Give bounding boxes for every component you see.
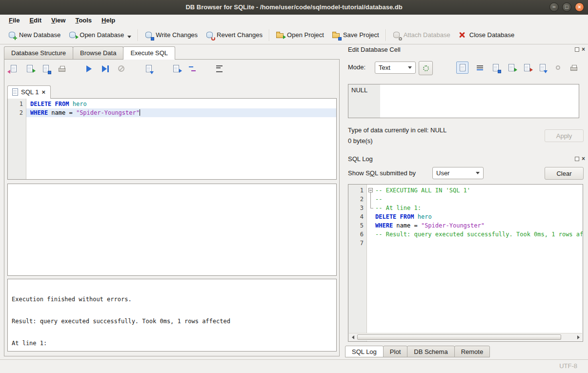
scrollbar-thumb[interactable] (357, 334, 561, 340)
gear-icon (423, 65, 429, 71)
scroll-left-button[interactable] (349, 333, 357, 341)
set-null-icon (556, 65, 560, 70)
print-cell-button[interactable] (569, 63, 578, 72)
sql-tab-icon (12, 88, 18, 96)
cell-editor-toolbar (456, 62, 578, 74)
encoding-indicator: UTF-8 (559, 360, 577, 373)
tab-sql-log[interactable]: SQL Log (345, 346, 384, 357)
scroll-right-button[interactable] (574, 333, 582, 341)
edit-cell-title: Edit Database Cell (348, 46, 401, 53)
statusbar: UTF-8 (0, 359, 588, 373)
cell-value-editor[interactable]: NULL (348, 84, 579, 118)
sql-tab-label: SQL 1 (21, 88, 39, 96)
code-token: DELETE FROM (375, 213, 418, 220)
menu-view[interactable]: View (46, 15, 70, 25)
text-mode-icon (458, 63, 466, 72)
export-results-icon (172, 64, 180, 73)
dock-close-icon[interactable]: × (582, 47, 585, 52)
tab-database-structure[interactable]: Database Structure (4, 46, 73, 59)
apply-button[interactable]: Apply (545, 129, 584, 142)
sql-editor-toolbar (9, 64, 223, 73)
new-database-button[interactable]: New Database (4, 28, 64, 41)
tab-plot[interactable]: Plot (383, 346, 407, 357)
close-database-icon (458, 31, 466, 39)
app-window: DB Browser for SQLite - /home/user/code/… (0, 0, 588, 373)
clear-log-button[interactable]: Clear (545, 167, 584, 180)
menu-help[interactable]: Help (97, 15, 120, 25)
execute-sql-panel: SQL 1 × 1 DELETE FROM hero 2 WHE (4, 59, 340, 356)
find-replace-button[interactable] (188, 64, 196, 73)
mode-select[interactable]: Text (375, 62, 416, 74)
save-project-icon (332, 31, 340, 39)
sql-tab-close-icon[interactable]: × (41, 89, 45, 95)
fold-marker[interactable] (368, 188, 373, 192)
scroll-right-icon (577, 335, 580, 339)
open-database-label: Open Database (80, 31, 124, 39)
tab-db-schema[interactable]: DB Schema (407, 346, 454, 357)
attach-database-label: Attach Database (404, 31, 450, 39)
import-cell-button[interactable] (523, 63, 531, 72)
menu-tools[interactable]: Tools (70, 15, 97, 25)
execute-all-button[interactable] (85, 64, 93, 73)
tab-browse-data[interactable]: Browse Data (73, 46, 123, 59)
print-sql-button[interactable] (58, 64, 66, 73)
save-results-button[interactable] (144, 64, 153, 73)
sql-log-title: SQL Log (348, 155, 373, 163)
save-sql-file-icon (41, 64, 50, 73)
save-results-icon (144, 64, 153, 73)
set-null-button[interactable] (554, 63, 562, 72)
format-sql-button[interactable] (215, 64, 223, 73)
tab-remote[interactable]: Remote (454, 346, 490, 357)
open-project-icon (276, 31, 284, 39)
export-cell-button[interactable] (538, 63, 547, 72)
menu-file[interactable]: File (4, 15, 24, 25)
sql-editor[interactable]: 1 DELETE FROM hero 2 WHERE name = "Spide… (7, 98, 337, 180)
dock-float-icon[interactable] (575, 157, 579, 161)
window-title: DB Browser for SQLite - /home/user/code/… (185, 3, 402, 11)
auto-switch-mode-button[interactable] (419, 61, 433, 75)
sql-log-view: 1-- EXECUTING ALL IN 'SQL 1' 2-- 3-- At … (348, 184, 583, 342)
save-project-button[interactable]: Save Project (328, 28, 383, 41)
open-database-dropdown-icon[interactable] (127, 36, 131, 38)
dock-float-icon[interactable] (575, 47, 579, 52)
sql-tab[interactable]: SQL 1 × (7, 85, 51, 99)
toolbar-separator (269, 29, 269, 41)
menu-edit[interactable]: Edit (24, 15, 46, 25)
minimize-button[interactable]: − (549, 2, 559, 12)
log-filter-select[interactable]: User (432, 167, 484, 179)
open-database-button[interactable]: Open Database (64, 28, 135, 41)
close-window-button[interactable]: × (575, 2, 584, 12)
open-sql-file-button[interactable] (25, 64, 34, 73)
save-project-label: Save Project (343, 31, 379, 39)
message-line: Result: query executed successfully. Too… (12, 318, 332, 325)
execution-message: Execution finished without errors. Resul… (7, 279, 337, 352)
save-sql-file-button[interactable] (41, 64, 50, 73)
new-tab-button[interactable] (9, 64, 18, 73)
maximize-button[interactable]: □ (562, 2, 571, 12)
revert-changes-button[interactable]: Revert Changes (202, 28, 266, 41)
execute-current-line-button[interactable] (101, 64, 109, 73)
scroll-left-icon (352, 335, 354, 339)
log-line: 5WHERE name = "Spider-Youngster" (348, 221, 583, 230)
word-wrap-button[interactable] (476, 63, 484, 72)
text-mode-button[interactable] (456, 62, 468, 74)
horizontal-scrollbar[interactable] (349, 333, 582, 341)
close-icon: × (578, 4, 581, 10)
revert-changes-label: Revert Changes (217, 31, 263, 39)
execute-all-icon (86, 65, 92, 72)
close-database-button[interactable]: Close Database (454, 28, 519, 41)
open-project-button[interactable]: Open Project (272, 28, 328, 41)
write-changes-button[interactable]: Write Changes (141, 28, 202, 41)
save-cell-button[interactable] (491, 63, 500, 72)
tab-execute-sql[interactable]: Execute SQL (123, 46, 175, 60)
dock-close-icon[interactable]: × (582, 156, 585, 161)
attach-database-button[interactable]: Attach Database (388, 28, 454, 41)
format-sql-icon (216, 65, 223, 72)
titlebar: DB Browser for SQLite - /home/user/code/… (0, 0, 588, 15)
main-content: Database Structure Browse Data Execute S… (0, 44, 588, 360)
mode-label: Mode: (348, 63, 365, 71)
export-results-button[interactable] (172, 64, 180, 73)
sql-log-header: SQL Log × (348, 155, 585, 163)
stop-execution-button[interactable] (117, 64, 125, 73)
copy-cell-button[interactable] (507, 63, 515, 72)
